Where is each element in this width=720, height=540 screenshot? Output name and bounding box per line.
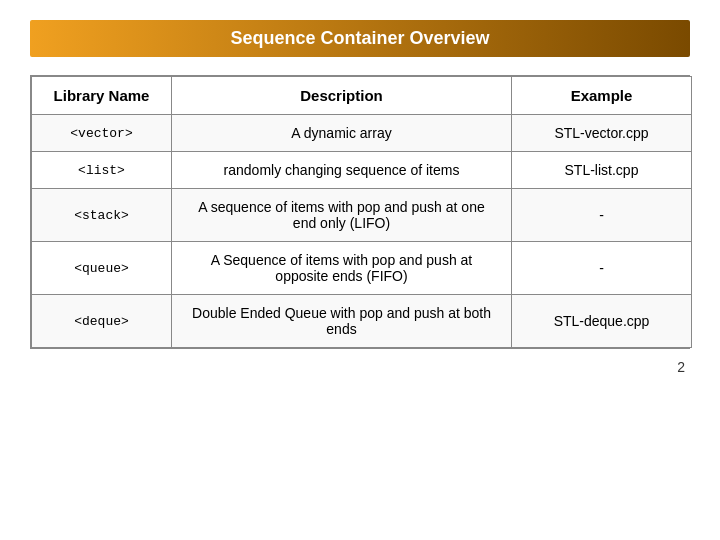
table-row: <stack>A sequence of items with pop and … bbox=[32, 189, 692, 242]
table-row: <deque>Double Ended Queue with pop and p… bbox=[32, 295, 692, 348]
cell-library-name: <queue> bbox=[32, 242, 172, 295]
header-description: Description bbox=[172, 77, 512, 115]
page-title: Sequence Container Overview bbox=[30, 20, 690, 57]
header-library-name: Library Name bbox=[32, 77, 172, 115]
cell-description: A Sequence of items with pop and push at… bbox=[172, 242, 512, 295]
cell-description: A dynamic array bbox=[172, 115, 512, 152]
table-header-row: Library Name Description Example bbox=[32, 77, 692, 115]
table-row: <queue>A Sequence of items with pop and … bbox=[32, 242, 692, 295]
cell-library-name: <vector> bbox=[32, 115, 172, 152]
cell-example: STL-vector.cpp bbox=[512, 115, 692, 152]
cell-example: STL-deque.cpp bbox=[512, 295, 692, 348]
cell-example: STL-list.cpp bbox=[512, 152, 692, 189]
cell-example: - bbox=[512, 242, 692, 295]
table-row: <vector>A dynamic arraySTL-vector.cpp bbox=[32, 115, 692, 152]
main-table-wrapper: Library Name Description Example <vector… bbox=[30, 75, 690, 349]
table-row: <list>randomly changing sequence of item… bbox=[32, 152, 692, 189]
header-example: Example bbox=[512, 77, 692, 115]
cell-library-name: <deque> bbox=[32, 295, 172, 348]
cell-example: - bbox=[512, 189, 692, 242]
cell-description: randomly changing sequence of items bbox=[172, 152, 512, 189]
sequence-container-table: Library Name Description Example <vector… bbox=[31, 76, 692, 348]
cell-description: Double Ended Queue with pop and push at … bbox=[172, 295, 512, 348]
cell-description: A sequence of items with pop and push at… bbox=[172, 189, 512, 242]
cell-library-name: <list> bbox=[32, 152, 172, 189]
cell-library-name: <stack> bbox=[32, 189, 172, 242]
page-number: 2 bbox=[30, 359, 690, 375]
